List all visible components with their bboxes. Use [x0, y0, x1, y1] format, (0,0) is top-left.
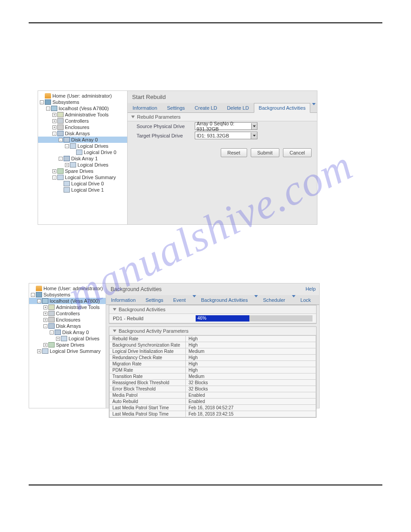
tab-information[interactable]: Information	[106, 295, 141, 305]
tree-item[interactable]: +Controllers	[38, 118, 127, 124]
nav-tree: Home (User: administrator)-Subsystems-lo…	[38, 91, 128, 224]
tree-item[interactable]: Home (User: administrator)	[38, 93, 127, 99]
cancel-button[interactable]: Cancel	[283, 148, 312, 157]
expand-icon[interactable]: +	[65, 163, 69, 167]
tree-item[interactable]: +Logical Drive Summary	[29, 348, 106, 354]
section-header-activities[interactable]: Background Activities	[109, 305, 316, 314]
tree-item[interactable]: +Administrative Tools	[29, 304, 106, 310]
section-header-rebuild[interactable]: Rebuild Parameters	[128, 113, 317, 121]
expand-icon	[40, 94, 44, 98]
tree-item[interactable]: -Disk Array 0	[38, 137, 127, 143]
param-name: Background Synchronization Rate	[110, 342, 186, 348]
expand-icon[interactable]: +	[43, 318, 47, 322]
tree-item[interactable]: -Disk Arrays	[29, 323, 106, 329]
tree-item-label: Spare Drives	[65, 168, 94, 174]
tab-event[interactable]: Event	[168, 295, 191, 305]
param-value: High	[186, 361, 316, 367]
expand-icon[interactable]: -	[59, 157, 63, 161]
da-icon	[57, 131, 64, 136]
tree-item-label: Subsystems	[43, 292, 70, 297]
tree-item[interactable]: Logical Drive 0	[38, 180, 127, 187]
tree-item-label: Subsystems	[52, 99, 79, 105]
target-drive-select[interactable]: ID1: 931.32GB	[195, 132, 257, 139]
section-header-params[interactable]: Background Activity Parameters	[109, 327, 316, 335]
expand-icon[interactable]: -	[65, 144, 69, 148]
param-name: Migration Rate	[110, 361, 186, 367]
tab-settings[interactable]: Settings	[141, 295, 168, 305]
tree-item[interactable]: -Logical Drives	[38, 143, 127, 149]
tree-item[interactable]: -Disk Arrays	[38, 130, 127, 137]
tree-item[interactable]: +Controllers	[29, 310, 106, 317]
expand-icon[interactable]: +	[52, 119, 56, 123]
param-name: Transition Rate	[110, 373, 186, 380]
tab-delete-ld[interactable]: Delete LD	[222, 103, 254, 112]
tree-item[interactable]: +Enclosures	[29, 317, 106, 323]
tree-item[interactable]: +Enclosures	[38, 124, 127, 130]
tab-settings[interactable]: Settings	[162, 103, 190, 112]
table-row: Last Media Patrol Stop TimeFeb 18, 2018 …	[110, 411, 316, 417]
tree-item[interactable]: -Logical Drive Summary	[38, 174, 127, 180]
tree-item[interactable]: -Disk Array 0	[29, 329, 106, 335]
home-icon	[45, 93, 51, 99]
help-link[interactable]: Help	[305, 286, 316, 292]
tree-item[interactable]: +Administrative Tools	[38, 112, 127, 118]
tab-information[interactable]: Information	[128, 103, 162, 112]
table-row: Migration RateHigh	[110, 361, 316, 367]
table-row: Logical Drive Initialization RateMedium	[110, 348, 316, 355]
tab-bar: InformationSettingsEventBackground Activ…	[106, 295, 319, 305]
tab-dropdown-icon[interactable]	[193, 295, 196, 297]
reset-button[interactable]: Reset	[221, 148, 247, 157]
expand-icon[interactable]: -	[46, 107, 50, 111]
expand-icon[interactable]: +	[52, 113, 56, 117]
tree-item[interactable]: +Logical Drives	[38, 162, 127, 168]
param-value: High	[186, 342, 316, 348]
tab-background-activities[interactable]: Background Activities	[196, 295, 253, 305]
tree-item-label: Logical Drives	[77, 143, 108, 149]
tree-item[interactable]: -localhost (Vess A7800)	[38, 105, 127, 112]
tree-item[interactable]: Logical Drive 1	[38, 187, 127, 193]
expand-icon[interactable]: +	[37, 349, 41, 353]
tree-item[interactable]: +Spare Drives	[29, 342, 106, 348]
tree-item[interactable]: +Spare Drives	[38, 168, 127, 174]
expand-icon[interactable]: -	[43, 324, 47, 328]
expand-icon[interactable]: +	[43, 343, 47, 347]
tree-item[interactable]: +Logical Drives	[29, 335, 106, 342]
expand-icon[interactable]: -	[52, 176, 56, 180]
tree-item[interactable]: Logical Drive 0	[38, 149, 127, 155]
tab-lock[interactable]: Lock	[295, 295, 316, 305]
tree-item[interactable]: -Subsystems	[38, 99, 127, 105]
tree-item[interactable]: -localhost (Vess A7800)	[29, 298, 106, 304]
start-rebuild-panel: Home (User: administrator)-Subsystems-lo…	[38, 90, 317, 225]
tree-item-label: Enclosures	[65, 124, 89, 130]
expand-icon[interactable]: -	[40, 100, 44, 104]
page-title: Background Activities	[106, 283, 319, 295]
tree-item[interactable]: -Subsystems	[29, 292, 106, 298]
expand-icon[interactable]: +	[43, 305, 47, 309]
expand-icon[interactable]: +	[52, 169, 56, 173]
tree-item[interactable]: -Disk Array 1	[38, 155, 127, 162]
source-drive-value: Array 0 SeqNo 0: 931.32GB	[197, 121, 251, 132]
dropdown-icon	[251, 133, 257, 139]
tree-item-label: Disk Arrays	[65, 131, 90, 136]
tree-item[interactable]: Home (User: administrator)	[29, 285, 106, 292]
tab-dropdown-icon[interactable]	[254, 295, 258, 297]
expand-icon[interactable]: -	[50, 330, 54, 335]
ld-icon	[57, 175, 64, 180]
tab-dropdown-icon[interactable]	[292, 295, 295, 297]
expand-icon[interactable]: -	[37, 299, 41, 303]
source-drive-select[interactable]: Array 0 SeqNo 0: 931.32GB	[195, 122, 257, 130]
expand-icon[interactable]: -	[31, 293, 35, 297]
tree-item-label: Controllers	[56, 311, 80, 316]
tab-background-activities[interactable]: Background Activities	[254, 103, 311, 113]
submit-button[interactable]: Submit	[251, 148, 279, 157]
expand-icon[interactable]: +	[52, 125, 56, 129]
tab-create-ld[interactable]: Create LD	[190, 103, 222, 112]
expand-icon[interactable]: -	[52, 132, 56, 136]
tab-dropdown-icon[interactable]	[312, 103, 316, 105]
expand-icon	[59, 182, 63, 186]
expand-icon[interactable]: +	[43, 312, 47, 316]
expand-icon[interactable]: +	[56, 337, 60, 341]
expand-icon[interactable]: -	[59, 138, 63, 142]
tab-scheduler[interactable]: Scheduler	[258, 295, 290, 305]
tree-item-label: Home (User: administrator)	[43, 286, 103, 291]
